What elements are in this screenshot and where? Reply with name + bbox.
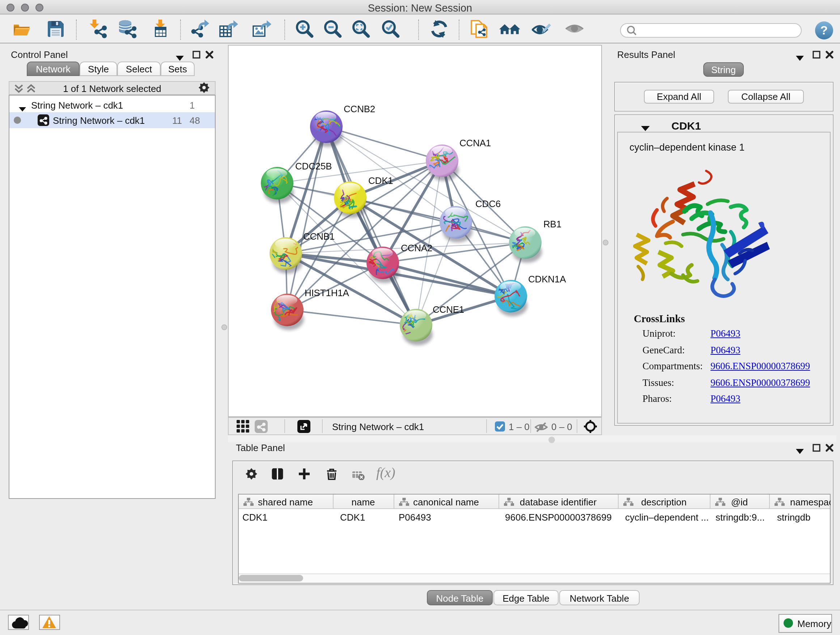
svg-text:CCNA1: CCNA1 (459, 138, 491, 149)
svg-text:CDC25B: CDC25B (295, 161, 332, 172)
svg-text:RB1: RB1 (543, 219, 561, 230)
svg-text:HIST1H1A: HIST1H1A (305, 287, 349, 298)
svg-text:CCNA2: CCNA2 (401, 242, 432, 253)
svg-text:CDK1: CDK1 (368, 175, 393, 186)
svg-text:CCNE1: CCNE1 (433, 304, 464, 315)
svg-text:?: ? (821, 23, 828, 37)
svg-text:CDKN1A: CDKN1A (528, 274, 566, 285)
svg-text:CDC6: CDC6 (475, 198, 501, 209)
svg-text:CCNB1: CCNB1 (303, 231, 335, 242)
svg-text:CCNB2: CCNB2 (344, 103, 375, 114)
